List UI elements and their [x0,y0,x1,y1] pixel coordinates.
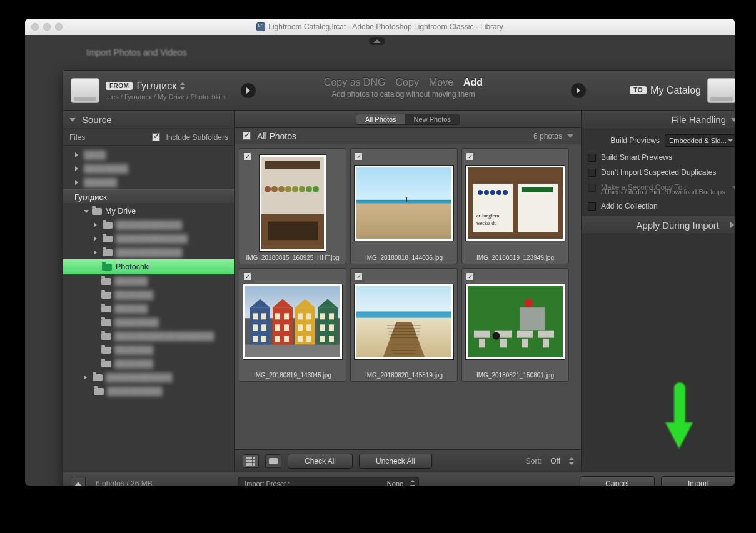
minimal-view-button[interactable] [71,477,86,486]
volume-header[interactable]: Гуглдиск [63,189,234,204]
op-add[interactable]: Add [463,77,483,88]
thumbnail-image[interactable] [355,284,453,359]
thumb-checkbox[interactable]: ✓ [243,272,251,281]
op-move[interactable]: Move [429,77,453,88]
thumb-checkbox[interactable]: ✓ [355,152,363,161]
build-previews-dropdown[interactable]: Embedded & Sid... [665,134,735,147]
thumbnail-caption: IMG_20180819_123949.jpg [462,251,568,264]
files-label: Files [69,133,85,142]
import-header: FROM Гуглдиск ...es / Гуглдиск / My Driv… [63,71,735,111]
thumbnail-caption: IMG_20180820_145819.jpg [351,369,457,381]
op-description: Add photos to catalog without moving the… [324,90,483,99]
no-duplicates-checkbox[interactable] [588,169,596,177]
thumbnail-image[interactable] [466,284,565,359]
window-title: Lightroom Catalog.lrcat - Adobe Photosho… [25,22,735,31]
folder-tree[interactable]: ████ ████████ ██████ Гуглдиск My Drive █… [63,146,234,472]
thumbnail-image[interactable] [260,155,326,251]
second-copy-checkbox[interactable] [588,184,596,192]
uncheck-all-button[interactable]: Uncheck All [359,454,432,469]
thumbnail-cell[interactable]: ✓IMG_20180821_150801.jpg [461,268,569,382]
source-path: ...es / Гуглдиск / My Drive / Photochki … [106,93,226,101]
folder-icon [103,222,113,229]
tree-item-my-drive[interactable]: My Drive [63,204,234,218]
folder-icon [103,236,113,242]
window-close-icon[interactable] [31,23,39,31]
source-name[interactable]: Гуглдиск [136,81,176,92]
import-button[interactable]: Import [661,476,735,486]
menu-item-import[interactable]: Import Photos and Videos [86,47,187,57]
thumb-checkbox[interactable]: ✓ [466,152,474,161]
source-drive-icon [71,78,99,103]
sort-menu-icon[interactable] [569,457,573,465]
tree-item: ███████ [63,343,234,357]
thumbnail-cell[interactable]: ✓IMG_20180818_144036.jpg [350,148,458,264]
include-subfolders-checkbox[interactable] [152,133,160,141]
window-minimize-icon[interactable] [43,23,51,31]
second-copy-menu-icon[interactable] [732,186,735,189]
smart-previews-checkbox[interactable] [588,154,596,162]
thumbnail-image[interactable] [466,166,565,241]
folder-icon [101,278,111,285]
tree-item: ████████████ [63,371,234,384]
tab-all-photos[interactable]: All Photos [356,114,405,124]
tree-item: ████ [63,148,234,162]
grid-options-icon[interactable] [567,134,573,138]
titlebar: Lightroom Catalog.lrcat - Adobe Photosho… [25,19,735,35]
thumb-checkbox[interactable]: ✓ [243,152,251,161]
window-zoom-icon[interactable] [55,23,63,31]
center-toolbar: Check All Uncheck All Sort: Off [235,449,581,472]
tree-item-photochki-selected[interactable]: Photochki [63,259,234,274]
thumbnail-grid: ✓IMG_20180815_160925_HHT.jpg✓IMG_2018081… [235,144,581,449]
check-all-button[interactable]: Check All [288,454,353,469]
op-copy-dng[interactable]: Copy as DNG [324,77,386,88]
cancel-button[interactable]: Cancel [580,476,655,486]
thumb-checkbox[interactable]: ✓ [355,272,363,281]
disclosure-icon[interactable] [730,222,735,228]
add-collection-checkbox[interactable] [588,202,596,211]
source-menu-icon[interactable] [180,82,184,90]
select-all-checkbox[interactable] [243,132,251,140]
grid-title: All Photos [257,131,296,141]
thumbnail-image[interactable] [243,284,342,359]
tree-item: ██████████████████ [63,329,234,343]
sort-value[interactable]: Off [550,457,560,466]
folder-icon [101,319,111,326]
disclosure-icon[interactable] [69,118,76,122]
tab-new-photos[interactable]: New Photos [405,114,460,124]
disclosure-icon[interactable] [731,118,735,122]
tree-item: ███████ [63,357,234,371]
thumbnail-cell[interactable]: ✓IMG_20180815_160925_HHT.jpg [239,148,346,264]
thumbnail-cell[interactable]: ✓IMG_20180819_143045.jpg [239,268,346,382]
thumbnail-cell[interactable]: ✓IMG_20180819_123949.jpg [461,148,569,264]
file-handling-title: File Handling [671,114,726,125]
loupe-view-button[interactable] [265,454,281,468]
dest-drive-icon [707,78,735,103]
source-panel: Source Files Include Subfolders ████ ███… [63,111,235,472]
import-preset-dropdown[interactable]: Import Preset : None [238,477,419,486]
tree-item: █████████████ [63,232,234,246]
include-subfolders-toggle[interactable]: Include Subfolders [152,133,228,142]
op-copy[interactable]: Copy [396,77,419,88]
second-copy-path: / Users / ifuda / Pict...Download Backup… [601,188,735,196]
thumbnail-caption: IMG_20180821_150801.jpg [462,369,568,381]
tree-item: ████████████ [63,246,234,259]
folder-icon [93,374,103,381]
thumb-checkbox[interactable]: ✓ [466,272,474,281]
folder-icon [101,306,111,312]
folder-icon [94,388,104,395]
thumbnail-caption: IMG_20180815_160925_HHT.jpg [239,251,346,264]
grid-view-button[interactable] [243,454,259,468]
thumbnail-cell[interactable]: ✓IMG_20180820_145819.jpg [350,268,458,382]
folder-icon [101,333,111,340]
folder-icon [103,249,113,256]
top-panel-toggle-icon[interactable] [369,37,385,45]
tree-item: ██████ [63,176,234,189]
thumbnail-image[interactable] [355,166,453,241]
apply-during-import-title: Apply During Import [636,220,719,231]
folder-icon [101,361,111,367]
import-operation-tabs: Copy as DNG Copy Move Add [324,77,483,88]
arrow-to-icon[interactable] [571,83,586,98]
arrow-from-icon[interactable] [241,83,256,98]
tree-item: ████████ [63,316,234,329]
lightroom-app-icon [256,22,265,31]
